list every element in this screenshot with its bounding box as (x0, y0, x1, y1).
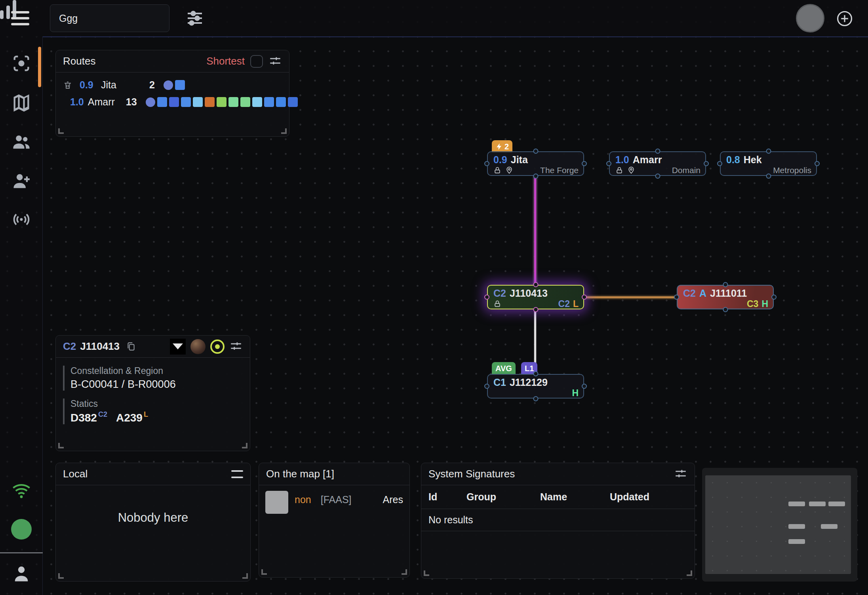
shortest-toggle-label[interactable]: Shortest (206, 55, 245, 67)
resize-handle[interactable] (58, 128, 64, 134)
effect-ring-icon[interactable] (210, 339, 225, 354)
edge-j110413-j111011[interactable] (585, 296, 677, 298)
resize-handle[interactable] (402, 569, 407, 575)
column-id[interactable]: Id (428, 491, 466, 503)
connection-handle[interactable] (717, 161, 722, 166)
wormhole-class: C2 (683, 287, 696, 299)
connection-handle[interactable] (533, 396, 538, 401)
on-the-map-title: On the map [1] (266, 468, 334, 480)
route-hop-dot (240, 97, 250, 107)
static-wormhole: D382C2 (70, 411, 107, 424)
online-status-dot (11, 519, 32, 540)
route-jump-count: 13 (126, 96, 137, 108)
connection-handle[interactable] (484, 295, 489, 300)
route-hop-dot (288, 97, 298, 107)
connection-handle[interactable] (655, 174, 660, 179)
connection-handle[interactable] (582, 295, 587, 300)
info-settings-icon[interactable] (229, 340, 243, 353)
node-jita[interactable]: 0.9Jita The Forge (487, 151, 584, 176)
connection-handle[interactable] (533, 371, 538, 376)
edge-jita-j110413[interactable] (534, 176, 536, 286)
add-character-icon[interactable] (836, 10, 853, 27)
local-menu-icon[interactable] (231, 470, 243, 478)
connection-handle[interactable] (606, 161, 611, 166)
filter-icon[interactable] (170, 339, 186, 355)
minimap-viewport[interactable] (705, 475, 851, 574)
statics-section: Statics D382C2 A239L (63, 399, 250, 424)
node-amarr[interactable]: 1.0Amarr Domain (609, 151, 706, 176)
connection-handle[interactable] (533, 307, 538, 312)
resize-handle[interactable] (242, 573, 248, 579)
delete-route-icon[interactable] (63, 80, 72, 90)
node-j111011[interactable]: C2AJ111011 C3H (677, 285, 774, 309)
system-thumbnail[interactable] (190, 339, 206, 354)
connection-handle[interactable] (766, 174, 771, 179)
map-selector[interactable]: Ggg (50, 4, 169, 32)
profile-icon[interactable] (11, 563, 32, 584)
resize-handle[interactable] (424, 570, 429, 576)
connection-handle[interactable] (484, 161, 489, 166)
connection-handle[interactable] (815, 161, 820, 166)
region-label: The Forge (540, 166, 579, 175)
route-jump-count: 2 (139, 79, 155, 91)
resize-handle[interactable] (242, 443, 247, 448)
column-group[interactable]: Group (466, 491, 540, 503)
routes-settings-icon[interactable] (268, 55, 282, 68)
static-class: C3 (747, 299, 758, 309)
system-name: Hek (744, 154, 762, 166)
connection-handle[interactable] (766, 149, 771, 154)
connection-handle[interactable] (674, 295, 679, 300)
connection-handle[interactable] (582, 161, 587, 166)
map-settings-icon[interactable] (185, 9, 204, 28)
user-avatar[interactable] (796, 4, 824, 32)
route-hop-dot (264, 97, 274, 107)
menu-icon[interactable] (11, 11, 29, 25)
route-hop-dot (175, 80, 185, 90)
route-row-jita[interactable]: 0.9 Jita 2 (56, 76, 289, 93)
connection-handle[interactable] (533, 149, 538, 154)
minimap[interactable] (702, 468, 857, 582)
connection-handle[interactable] (533, 174, 538, 179)
region-label: Metropolis (773, 166, 811, 175)
resize-handle[interactable] (58, 443, 64, 448)
connection-handle[interactable] (723, 307, 728, 312)
signatures-panel: System Signatures Id Group Name Updated … (421, 463, 695, 579)
minimap-node-bar (788, 502, 805, 506)
resize-handle[interactable] (281, 128, 287, 134)
characters-icon[interactable] (11, 132, 32, 152)
route-hop-dot (146, 97, 155, 107)
resize-handle[interactable] (687, 570, 692, 576)
resize-handle[interactable] (58, 573, 64, 579)
node-j112129[interactable]: C1J112129 H (487, 374, 584, 399)
add-character-sidebar-icon[interactable] (11, 170, 32, 191)
minimap-node-bar (821, 524, 838, 529)
minimap-node-bar (788, 524, 805, 529)
signatures-settings-icon[interactable] (674, 467, 687, 481)
column-name[interactable]: Name (540, 491, 610, 503)
copy-icon[interactable] (126, 341, 136, 352)
connection-handle[interactable] (771, 295, 777, 300)
connection-handle[interactable] (723, 282, 728, 287)
constellation-region-label: Constellation & Region (70, 366, 250, 376)
focus-map-icon[interactable] (11, 53, 32, 74)
connection-handle[interactable] (533, 282, 538, 287)
sidebar-divider (0, 552, 43, 553)
minimap-node-bar (828, 502, 845, 506)
pilot-portrait (265, 491, 288, 514)
connection-handle[interactable] (484, 384, 489, 389)
shortest-checkbox[interactable] (250, 55, 263, 68)
system-name: Amarr (633, 154, 662, 166)
node-j110413[interactable]: C2J110413 C2L (487, 285, 584, 309)
route-hop-dot (164, 80, 173, 90)
node-hek[interactable]: 0.8Hek Metropolis (720, 151, 817, 176)
column-updated[interactable]: Updated (610, 491, 649, 503)
pilot-row[interactable]: non [FAAS] Ares (259, 485, 409, 519)
connection-handle[interactable] (582, 384, 587, 389)
connection-handle[interactable] (655, 149, 660, 154)
maps-icon[interactable] (11, 93, 32, 113)
resize-handle[interactable] (261, 569, 267, 575)
route-security: 1.0 (70, 96, 84, 108)
connection-handle[interactable] (704, 161, 709, 166)
tracking-icon[interactable] (11, 209, 32, 230)
route-row-amarr[interactable]: 1.0 Amarr 13 (56, 93, 289, 111)
